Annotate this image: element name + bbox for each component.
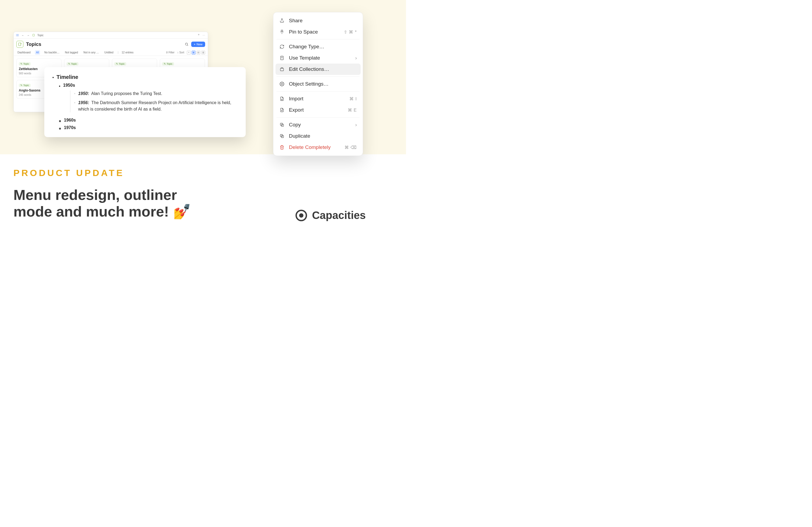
svg-line-9	[187, 45, 188, 46]
menu-copy[interactable]: Copy ›	[276, 119, 361, 131]
window-toolbar: ← → Topic ⋯	[14, 32, 208, 39]
view-grid-icon[interactable]: ▤	[197, 51, 200, 55]
brand-name: Capacities	[312, 209, 366, 221]
topic-badge: ✎ Topic	[67, 62, 78, 65]
tab-not-in-any[interactable]: Not in any …	[83, 50, 100, 55]
topic-page-icon	[32, 33, 35, 37]
menu-separator	[277, 76, 360, 77]
panel-header: Topics + New	[14, 39, 208, 49]
menu-import[interactable]: Import ⌘ I	[276, 93, 361, 104]
bullet-collapsed-icon[interactable]	[59, 127, 61, 130]
menu-duplicate[interactable]: Duplicate	[276, 131, 361, 142]
svg-rect-7	[18, 43, 21, 46]
context-menu: Share Pin to Space ⇧ ⌘ * Change Type… Us…	[273, 12, 363, 156]
topic-badge: ✎ Topic	[114, 62, 126, 65]
outline-decade: 1970s	[64, 125, 76, 130]
tab-dashboard[interactable]: Dashboard	[16, 50, 32, 55]
topic-badge: ✎ Topic	[162, 62, 174, 65]
menu-share[interactable]: Share	[276, 15, 361, 26]
template-icon	[279, 55, 285, 61]
outliner-preview: Timeline 1950s 1950: Alan Turing propose…	[44, 67, 246, 137]
duplicate-icon	[279, 133, 285, 139]
menu-separator	[277, 39, 360, 40]
chevron-right-icon: ›	[355, 122, 357, 128]
bullet-collapsed-icon[interactable]	[59, 119, 61, 122]
trash-icon	[279, 145, 285, 150]
svg-rect-6	[33, 34, 35, 36]
nav-back-icon[interactable]: ←	[21, 33, 25, 37]
new-button-label: New	[197, 43, 202, 46]
tab-not-tagged[interactable]: Not tagged	[64, 50, 79, 55]
menu-change-type[interactable]: Change Type…	[276, 41, 361, 52]
outline-entry: 1956: The Dartmouth Summer Research Proj…	[78, 100, 236, 112]
sparkle-icon[interactable]	[197, 33, 200, 37]
gear-icon	[279, 81, 285, 87]
menu-object-settings[interactable]: Object Settings…	[276, 78, 361, 90]
outline-decade: 1950s	[63, 83, 75, 88]
export-icon	[279, 107, 285, 113]
menu-export[interactable]: Export ⌘ E	[276, 104, 361, 116]
share-icon	[279, 18, 285, 23]
bullet-icon	[59, 85, 60, 88]
shortcut-label: ⌘ E	[348, 108, 357, 113]
refresh-icon	[279, 44, 285, 49]
hero-title: Menu redesign, outliner mode and much mo…	[13, 186, 191, 220]
menu-delete[interactable]: Delete Completely ⌘ ⌫	[276, 142, 361, 153]
filter-button[interactable]: ⚲ Filter	[166, 51, 175, 54]
search-icon[interactable]	[185, 42, 188, 46]
outline-decade: 1960s	[64, 118, 76, 123]
tabs-row: Dashboard All No backlin… Not tagged Not…	[14, 49, 208, 56]
tab-untitled[interactable]: Untitled	[103, 50, 115, 55]
view-table-icon[interactable]: ▥	[201, 51, 205, 55]
shortcut-label: ⌘ I	[349, 96, 357, 102]
shortcut-label: ⇧ ⌘ *	[344, 30, 357, 35]
svg-point-5	[16, 36, 17, 36]
plus-icon: +	[194, 43, 195, 46]
topics-icon	[16, 41, 23, 48]
tab-all[interactable]: All	[35, 50, 40, 55]
svg-point-8	[185, 43, 187, 45]
outline-entry: 1950: Alan Turing proposes the Turing Te…	[78, 90, 162, 97]
capacities-logo-icon	[295, 210, 307, 221]
new-button[interactable]: + New	[191, 42, 205, 47]
menu-separator	[277, 117, 360, 118]
topic-badge: ✎ Topic	[19, 84, 31, 87]
nav-forward-icon[interactable]: →	[27, 33, 30, 37]
menu-edit-collections[interactable]: Edit Collections…	[276, 64, 361, 75]
panel-title: Topics	[26, 42, 182, 47]
breadcrumb[interactable]: Topic	[37, 34, 44, 37]
chevron-right-icon: ›	[355, 55, 357, 61]
svg-point-15	[281, 84, 283, 85]
tab-no-backlinks[interactable]: No backlin…	[43, 50, 61, 55]
view-switcher: ≡ ▦ ▤ ▥	[187, 51, 205, 55]
svg-point-4	[16, 35, 17, 35]
more-icon[interactable]: ⋯	[202, 34, 206, 37]
brand: Capacities	[295, 209, 366, 221]
pin-icon	[279, 29, 285, 35]
outline-heading: Timeline	[57, 74, 78, 80]
view-cards-icon[interactable]: ▦	[192, 51, 195, 55]
menu-use-template[interactable]: Use Template ›	[276, 52, 361, 64]
view-list-icon[interactable]: ≡	[187, 51, 191, 55]
svg-point-21	[299, 213, 303, 217]
hero-eyebrow: PRODUCT UPDATE	[13, 168, 124, 178]
entry-count: 12 entries	[122, 51, 133, 54]
svg-point-3	[16, 34, 17, 35]
list-icon[interactable]	[16, 33, 19, 37]
sort-button[interactable]: ↕ Sort	[177, 51, 184, 54]
shortcut-label: ⌘ ⌫	[345, 145, 357, 150]
menu-pin[interactable]: Pin to Space ⇧ ⌘ *	[276, 26, 361, 37]
import-icon	[279, 96, 285, 102]
topic-badge: ✎ Topic	[19, 62, 31, 65]
copy-icon	[279, 122, 285, 127]
svg-rect-14	[280, 69, 284, 71]
collections-icon	[279, 66, 285, 72]
